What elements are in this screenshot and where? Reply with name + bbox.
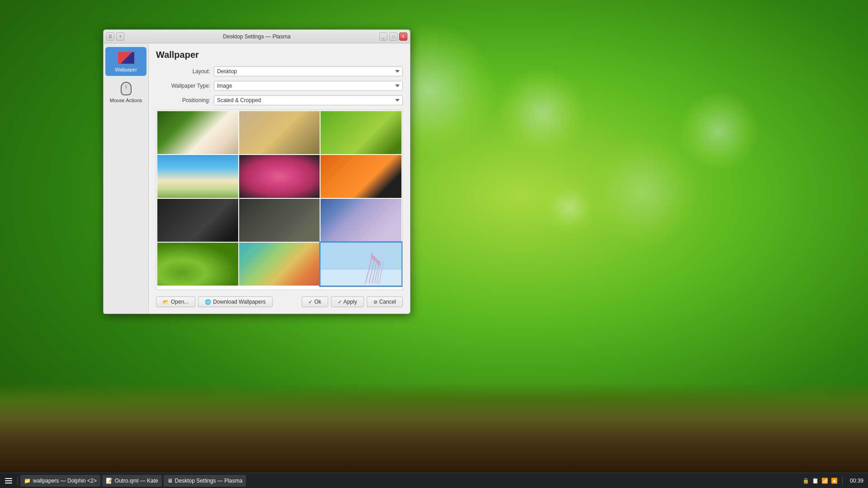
taskbar-kate-label: Outro.qml — Kate [115, 478, 158, 484]
wallpaper-thumb-leaf[interactable] [321, 111, 401, 154]
dialog-title: Desktop Settings — Plasma [223, 33, 290, 40]
kate-icon: 📝 [106, 478, 113, 484]
download-button[interactable]: 🌐 Download Wallpapers [198, 296, 272, 307]
bottom-row: 📂 Open... 🌐 Download Wallpapers ✓ Ok ✓ [156, 295, 403, 309]
taskbar-left: 📁 wallpapers — Dolphin <2> 📝 Outro.qml —… [3, 475, 801, 487]
wallpaper-thumb-aurora[interactable] [321, 199, 401, 242]
ok-button[interactable]: ✓ Ok [302, 296, 328, 307]
sidebar-item-wallpaper[interactable]: Wallpaper [105, 47, 146, 76]
wallpaper-grid [156, 110, 402, 286]
title-bar-menu-button[interactable]: ☰ [106, 33, 114, 41]
menu-bar-3 [5, 483, 12, 483]
wallpaper-thumb-lizard[interactable] [239, 111, 320, 154]
desktop-settings-icon: 🖥 [167, 478, 173, 484]
sidebar-wallpaper-label: Wallpaper [115, 67, 137, 72]
bottom-right-buttons: ✓ Ok ✓ Apply ⊘ Cancel [302, 296, 403, 307]
taskbar-dolphin-label: wallpapers — Dolphin <2> [33, 478, 97, 484]
ok-icon: ✓ [308, 299, 312, 305]
cancel-icon: ⊘ [373, 299, 377, 305]
minimize-button[interactable]: _ [379, 33, 387, 41]
layout-label: Layout: [156, 68, 210, 75]
bokeh-6 [542, 181, 597, 235]
positioning-select[interactable]: Scaled & Cropped Centered Scaled Tiled [214, 95, 403, 105]
tray-expand-icon[interactable]: 🔼 [831, 478, 838, 484]
layout-row: Layout: Desktop Folder View Empty [156, 66, 403, 76]
wallpaper-icon-image [118, 52, 135, 64]
svg-rect-1 [321, 270, 401, 286]
taskbar-divider-1 [17, 476, 18, 485]
sidebar-item-mouse-actions[interactable]: Mouse Actions [105, 78, 146, 107]
dialog-body: Wallpaper Mouse Actions Wallpaper Layout… [104, 43, 410, 314]
open-button[interactable]: 📂 Open... [156, 296, 195, 307]
main-content: Wallpaper Layout: Desktop Folder View Em… [149, 43, 410, 314]
wallpaper-thumb-orange[interactable] [321, 155, 401, 198]
menu-bar-1 [5, 478, 12, 479]
bokeh-5 [678, 90, 760, 172]
cancel-button[interactable]: ⊘ Cancel [367, 296, 403, 307]
title-bar: ☰ ? Desktop Settings — Plasma _ □ ✕ [104, 30, 410, 43]
taskbar-item-kate[interactable]: 📝 Outro.qml — Kate [102, 475, 162, 487]
wallpaper-thumb-green-bokeh[interactable] [157, 243, 238, 286]
taskbar-right: 🔒 📋 📶 🔼 00:39 [802, 476, 865, 485]
bottom-left-buttons: 📂 Open... 🌐 Download Wallpapers [156, 296, 273, 307]
title-bar-left-controls: ☰ ? [106, 33, 124, 41]
wallpaper-type-row: Wallpaper Type: Image Color Slideshow [156, 81, 403, 91]
taskbar-item-dolphin[interactable]: 📁 wallpapers — Dolphin <2> [20, 475, 100, 487]
apply-icon: ✓ [338, 299, 342, 305]
positioning-label: Positioning: [156, 97, 210, 103]
maximize-button[interactable]: □ [389, 33, 397, 41]
bokeh-4 [588, 136, 701, 249]
wallpaper-thumb-gradient[interactable] [239, 243, 320, 286]
wallpaper-thumb-keyboard[interactable] [157, 199, 238, 242]
desktop-settings-dialog: ☰ ? Desktop Settings — Plasma _ □ ✕ Wall… [103, 29, 410, 314]
taskbar-clock: 00:39 [847, 478, 863, 484]
open-icon: 📂 [163, 299, 169, 305]
clipboard-icon[interactable]: 📋 [812, 478, 819, 484]
system-tray: 🔒 📋 📶 🔼 [802, 478, 838, 484]
taskbar: 📁 wallpapers — Dolphin <2> 📝 Outro.qml —… [0, 473, 868, 488]
bokeh-2 [497, 68, 588, 158]
close-button[interactable]: ✕ [399, 33, 407, 41]
apply-button[interactable]: ✓ Apply [331, 296, 364, 307]
wallpaper-icon-inner [118, 52, 134, 64]
wallpaper-thumb-flowers[interactable] [157, 111, 238, 154]
positioning-row: Positioning: Scaled & Cropped Centered S… [156, 95, 403, 105]
layout-select[interactable]: Desktop Folder View Empty [214, 66, 403, 76]
title-bar-info-button[interactable]: ? [116, 33, 124, 41]
wallpaper-thumb-water[interactable] [239, 199, 320, 242]
page-title: Wallpaper [156, 50, 403, 60]
wifi-icon[interactable]: 📶 [821, 478, 828, 484]
sidebar: Wallpaper Mouse Actions [104, 43, 149, 314]
taskbar-item-desktop-settings[interactable]: 🖥 Desktop Settings — Plasma [164, 475, 246, 487]
wallpaper-type-select[interactable]: Image Color Slideshow [214, 81, 403, 91]
wallpaper-type-label: Wallpaper Type: [156, 83, 210, 89]
lock-icon[interactable]: 🔒 [802, 478, 809, 484]
dolphin-icon: 📁 [24, 478, 31, 484]
mouse-icon-shape [121, 82, 132, 95]
taskbar-divider-2 [842, 476, 843, 485]
kde-menu-button[interactable] [3, 475, 14, 487]
mouse-actions-icon [117, 81, 135, 96]
wallpaper-thumb-grass-sky[interactable] [321, 243, 401, 286]
desktop-ground [0, 382, 868, 473]
wallpaper-thumb-beach[interactable] [157, 155, 238, 198]
wallpaper-grid-container[interactable] [156, 110, 403, 290]
download-icon: 🌐 [205, 299, 211, 305]
taskbar-settings-label: Desktop Settings — Plasma [175, 478, 242, 484]
title-bar-right-controls: _ □ ✕ [379, 33, 407, 41]
wallpaper-thumb-pink-flower[interactable] [239, 155, 320, 198]
menu-bar-2 [5, 480, 12, 481]
wallpaper-icon [117, 51, 135, 65]
sidebar-mouse-label: Mouse Actions [110, 98, 142, 103]
